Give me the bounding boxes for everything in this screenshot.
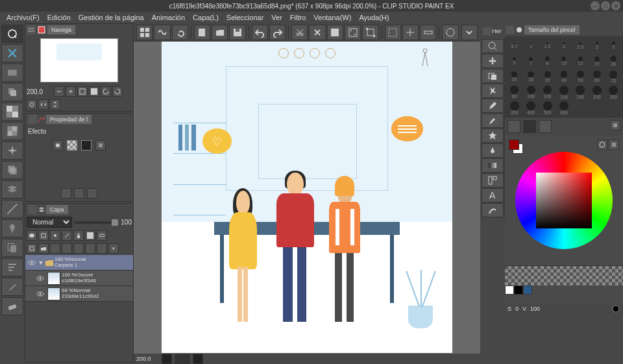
apply-mask-button[interactable] (97, 243, 107, 254)
tool-linecorrect[interactable] (482, 203, 504, 217)
brush-preset-2[interactable] (523, 120, 536, 133)
opacity-slider[interactable] (75, 221, 118, 224)
diamond-icon[interactable] (1, 219, 23, 237)
panel-handle-icon[interactable] (28, 205, 37, 214)
tool-move[interactable] (482, 54, 504, 68)
tool-brush[interactable] (482, 114, 504, 128)
menu-ventana[interactable]: Ventana(W) (313, 14, 351, 21)
rotate-reset-button[interactable] (27, 99, 37, 110)
brush-size-cell[interactable]: 60 (589, 69, 605, 84)
layer-color-button[interactable] (85, 230, 95, 241)
new-mask-button[interactable] (85, 243, 95, 254)
navigator-preview[interactable] (40, 38, 118, 82)
zoom-in-button[interactable] (66, 86, 76, 97)
folder-expand-icon[interactable] (38, 260, 44, 266)
menu-seleccionar[interactable]: Seleccionar (226, 14, 263, 21)
brush-size-cell[interactable]: 10 (556, 53, 572, 69)
brush-size-cell[interactable]: 15 (589, 53, 605, 69)
effect-black-swatch[interactable] (81, 140, 92, 151)
ctb-delete-icon[interactable] (309, 25, 325, 40)
ctb-undo-icon[interactable] (252, 25, 268, 40)
brush-size-cell[interactable]: 5 (506, 53, 522, 69)
brush-size-cell[interactable]: 1.5 (539, 38, 556, 53)
brush-size-cell[interactable]: 50 (572, 69, 589, 84)
eraser-icon[interactable] (1, 297, 23, 315)
brush-size-cell[interactable]: 25 (506, 69, 522, 84)
color-square[interactable] (536, 173, 592, 228)
blend-mode-select[interactable]: Normal (27, 217, 72, 228)
brush-size-cell[interactable]: 400 (522, 100, 539, 115)
panel-handle-icon[interactable] (483, 27, 491, 35)
flip-v-button[interactable] (50, 99, 60, 110)
brush-size-cell[interactable]: 300 (605, 84, 622, 100)
brush-size-cell[interactable]: 12 (572, 53, 589, 69)
panel-handle-icon[interactable] (506, 26, 514, 34)
maximize-button[interactable]: □ (601, 1, 610, 10)
timeline-next-button[interactable] (193, 354, 203, 364)
tool-blend[interactable] (482, 143, 504, 158)
rotate-left-button[interactable] (101, 86, 111, 97)
line-icon[interactable] (1, 200, 23, 218)
brush-size-cell[interactable]: 70 (605, 69, 622, 84)
brush-size-cell[interactable]: 3 (589, 38, 605, 53)
ctb-spiral-icon[interactable] (172, 25, 188, 40)
brush-size-cell[interactable]: 20 (605, 53, 622, 69)
brush-preset-3[interactable] (539, 120, 552, 133)
ctb-wave-icon[interactable] (154, 25, 170, 40)
timeline-frame-button[interactable] (175, 354, 190, 364)
effect-option-3[interactable] (87, 188, 97, 199)
layer-folder-row[interactable]: 100 %NormalCarpeta 1 (25, 255, 133, 271)
canvas-document[interactable] (162, 42, 452, 353)
fit-button[interactable] (77, 86, 88, 97)
ctb-cut-icon[interactable] (291, 25, 308, 40)
brush-menu[interactable] (610, 120, 620, 130)
ctb-assist-icon[interactable] (442, 25, 458, 40)
property-tab[interactable]: Propiedad de l (46, 115, 92, 124)
ctb-save-icon[interactable] (229, 25, 245, 40)
brush-size-cell[interactable]: 200 (572, 84, 589, 100)
sort-icon[interactable] (1, 258, 23, 276)
tool-deco[interactable] (482, 128, 504, 143)
ctb-open-icon[interactable] (212, 25, 228, 40)
color-history-icon[interactable] (611, 304, 620, 313)
menu-capa[interactable]: Capa(L) (193, 14, 219, 21)
rotate-right-button[interactable] (112, 86, 123, 97)
ctb-ruler-icon[interactable] (420, 25, 436, 40)
effect-checker-swatch[interactable] (67, 140, 77, 151)
tool-pen[interactable] (482, 99, 504, 113)
menu-gestion[interactable]: Gestión de la página (79, 14, 144, 21)
material-icon[interactable] (1, 44, 23, 62)
brush-size-cell[interactable]: 7 (522, 53, 539, 69)
menu-filtro[interactable]: Filtro (290, 14, 306, 21)
zoom-out-button[interactable] (54, 86, 64, 97)
transfer-button[interactable] (62, 243, 72, 254)
ctb-expand-icon[interactable] (461, 25, 478, 40)
brush-size-cell[interactable]: 250 (589, 84, 605, 100)
swatch[interactable] (523, 285, 532, 295)
colorwheel-menu-button[interactable] (609, 140, 619, 150)
flip-h-button[interactable] (38, 99, 49, 110)
canvas-zoom-value[interactable]: 200.0 (136, 356, 151, 362)
timeline-prev-button[interactable] (162, 354, 172, 364)
ctb-transform-icon[interactable] (362, 25, 378, 40)
layer-draft-button[interactable] (62, 230, 72, 241)
effect-option-1[interactable] (61, 188, 71, 199)
delete-layer-button[interactable] (108, 243, 119, 254)
foreground-color-swatch[interactable] (509, 140, 519, 150)
effect-option-2[interactable] (74, 188, 84, 199)
brush-preset-1[interactable] (507, 120, 520, 133)
sparkle-icon[interactable] (1, 141, 23, 160)
brush-size-cell[interactable]: 40 (556, 69, 572, 84)
eye-icon[interactable] (36, 274, 45, 283)
menu-animacion[interactable]: Animación (152, 14, 185, 21)
zoom-value[interactable]: 200.0 (27, 88, 53, 95)
effect-menu-button[interactable] (95, 140, 106, 151)
menu-ver[interactable]: Ver (271, 14, 282, 21)
ctb-texture-icon[interactable] (345, 25, 361, 40)
ctb-new-icon[interactable] (194, 25, 210, 40)
ctb-snap-icon[interactable] (402, 25, 419, 40)
new-layer-button[interactable] (27, 243, 37, 254)
tool-gradient[interactable] (482, 158, 504, 173)
ctb-redo-icon[interactable] (269, 25, 286, 40)
panel-handle-icon[interactable] (28, 115, 37, 124)
